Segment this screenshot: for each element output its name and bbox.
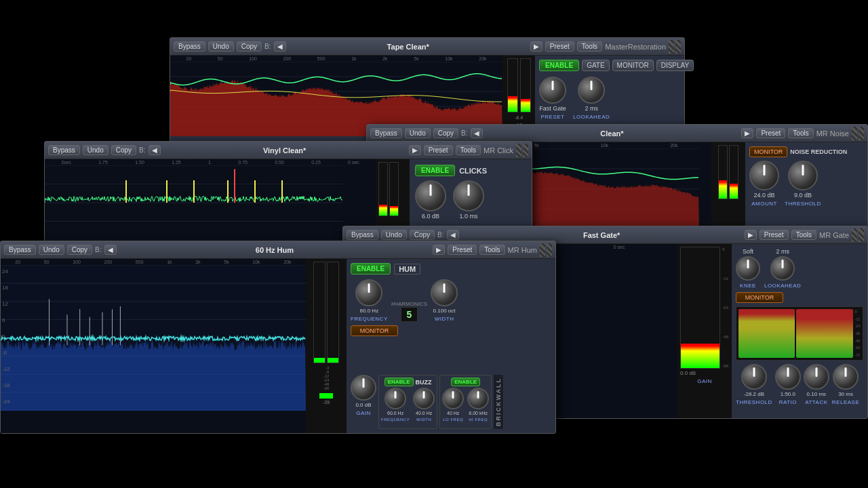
mr-click-toolbar: Bypass Undo Copy B: ◀ Vinyl Clean* ▶ Pre…: [45, 142, 532, 159]
prev-preset[interactable]: ◀: [471, 128, 483, 138]
bypass-button[interactable]: Bypass: [370, 128, 402, 138]
tools-button[interactable]: Tools: [788, 128, 813, 138]
preset-button[interactable]: Preset: [448, 245, 477, 255]
gate-button[interactable]: GATE: [582, 60, 609, 71]
amount-knob-container: 24.0 dB AMOUNT: [749, 161, 779, 207]
release-knob[interactable]: [833, 364, 859, 390]
undo-button[interactable]: Undo: [381, 230, 407, 240]
ratio-knob[interactable]: [775, 364, 801, 390]
next-preset[interactable]: ▶: [741, 128, 753, 138]
harmonics-display: 5: [401, 307, 418, 322]
tools-button[interactable]: Tools: [456, 145, 481, 155]
lookahead-knob[interactable]: [770, 256, 795, 281]
copy-button[interactable]: Copy: [433, 128, 458, 138]
preset-button[interactable]: Preset: [545, 41, 574, 52]
knee-knob[interactable]: [736, 256, 760, 281]
preset-knob[interactable]: [539, 77, 566, 104]
monitor-hum-button[interactable]: MONITOR: [351, 325, 398, 336]
monitor-button[interactable]: MONITOR: [736, 292, 783, 303]
undo-button[interactable]: Undo: [208, 41, 234, 52]
brickwall-label: BRICKWALL: [494, 375, 504, 429]
prev-preset[interactable]: ◀: [149, 145, 161, 155]
plugin-name: MR Gate: [819, 231, 849, 239]
hi-freq-knob[interactable]: [467, 388, 489, 409]
undo-button[interactable]: Undo: [83, 145, 108, 155]
freq-ruler: 20501002005001k2k5k10k20k: [170, 56, 502, 62]
display-button[interactable]: DISPLAY: [656, 60, 694, 71]
click-spectrum-canvas: [45, 165, 343, 240]
plugin-name: MR Hum: [508, 246, 537, 254]
preset-button[interactable]: Preset: [424, 145, 453, 155]
next-preset[interactable]: ▶: [530, 41, 542, 52]
master-restoration-toolbar: Bypass Undo Copy B: ◀ Tape Clean* ▶ Pres…: [170, 38, 684, 56]
preset-button[interactable]: Preset: [760, 230, 789, 240]
prev-preset[interactable]: ◀: [104, 245, 117, 255]
mr-hum-window: Bypass Undo Copy B: ◀ 60 Hz Hum ▶ Preset…: [0, 241, 556, 434]
bypass-button[interactable]: Bypass: [48, 145, 80, 155]
copy-button[interactable]: Copy: [111, 145, 136, 155]
threshold-knob[interactable]: [788, 161, 818, 190]
buzz-width-knob[interactable]: [413, 388, 435, 409]
width-knob[interactable]: [431, 279, 458, 306]
preset-knob-value: Fast Gate: [539, 105, 566, 112]
enable-button[interactable]: ENABLE: [415, 165, 455, 176]
tools-button[interactable]: Tools: [791, 230, 816, 240]
copy-button[interactable]: Copy: [410, 230, 435, 240]
next-preset[interactable]: ▶: [745, 230, 757, 240]
preset-button[interactable]: Preset: [756, 128, 785, 138]
enable-lo-button[interactable]: ENABLE: [451, 378, 480, 386]
preset-knob-label: PRESET: [540, 114, 564, 120]
lookahead-knob-container: 2 ms LOOKAHEAD: [573, 77, 610, 120]
noise-reduction-label: NOISE REDUCTION: [790, 148, 847, 155]
plugin-name: MasterRestoration: [605, 43, 666, 51]
tools-button[interactable]: Tools: [577, 41, 602, 52]
plugin-name: MR Click: [484, 146, 513, 155]
copy-button[interactable]: Copy: [67, 245, 92, 255]
undo-button[interactable]: Undo: [39, 245, 64, 255]
bypass-button[interactable]: Bypass: [347, 230, 378, 240]
threshold-knob-container: 9.0 dB THRESHOLD: [785, 161, 821, 207]
enable-hum-button[interactable]: ENABLE: [351, 263, 391, 274]
undo-button[interactable]: Undo: [405, 128, 431, 138]
freq-knob[interactable]: [355, 279, 382, 306]
buzz-freq-knob[interactable]: [384, 388, 406, 409]
hum-spectrum-canvas: [1, 265, 306, 411]
enable-buzz-button[interactable]: ENABLE: [384, 378, 414, 386]
bypass-button[interactable]: Bypass: [4, 245, 36, 255]
monitor-button[interactable]: MONITOR: [749, 146, 787, 157]
preset-title: Clean*: [486, 129, 739, 138]
gain-knob[interactable]: [351, 375, 376, 401]
clicks-label: CLICKS: [459, 167, 487, 175]
next-preset[interactable]: ▶: [433, 245, 445, 255]
attack-knob[interactable]: [804, 364, 829, 390]
width-knob[interactable]: [453, 180, 484, 211]
monitor-button[interactable]: MONITOR: [612, 60, 654, 71]
threshold-knob[interactable]: [741, 364, 767, 390]
bypass-button[interactable]: Bypass: [174, 41, 205, 52]
preset-title: Vinyl Clean*: [163, 146, 406, 155]
lookahead-knob[interactable]: [578, 77, 605, 104]
lookahead-knob-label: LOOKAHEAD: [573, 114, 610, 120]
copy-button[interactable]: Copy: [237, 41, 262, 52]
amount-knob[interactable]: [749, 161, 779, 190]
hum-label: HUM: [394, 264, 420, 274]
preset-title: 60 Hz Hum: [119, 246, 431, 254]
preset-title: Fast Gate*: [462, 231, 742, 239]
preset-title: Tape Clean*: [289, 43, 528, 51]
lo-freq-knob[interactable]: [442, 388, 464, 409]
preset-knob-container: Fast Gate PRESET: [539, 77, 566, 120]
sensitivity-knob[interactable]: [415, 180, 446, 211]
tools-button[interactable]: Tools: [479, 245, 505, 255]
b-label: B:: [264, 43, 271, 50]
prev-preset[interactable]: ◀: [274, 41, 286, 52]
prev-preset[interactable]: ◀: [447, 230, 459, 240]
plugin-name: MR Noise: [816, 129, 849, 138]
next-preset[interactable]: ▶: [409, 145, 421, 155]
enable-button[interactable]: ENABLE: [539, 60, 579, 71]
mr-noise-toolbar: Bypass Undo Copy B: ◀ Clean* ▶ Preset To…: [367, 125, 867, 142]
mr-hum-toolbar: Bypass Undo Copy B: ◀ 60 Hz Hum ▶ Preset…: [1, 241, 555, 259]
lookahead-knob-value: 2 ms: [585, 105, 598, 112]
